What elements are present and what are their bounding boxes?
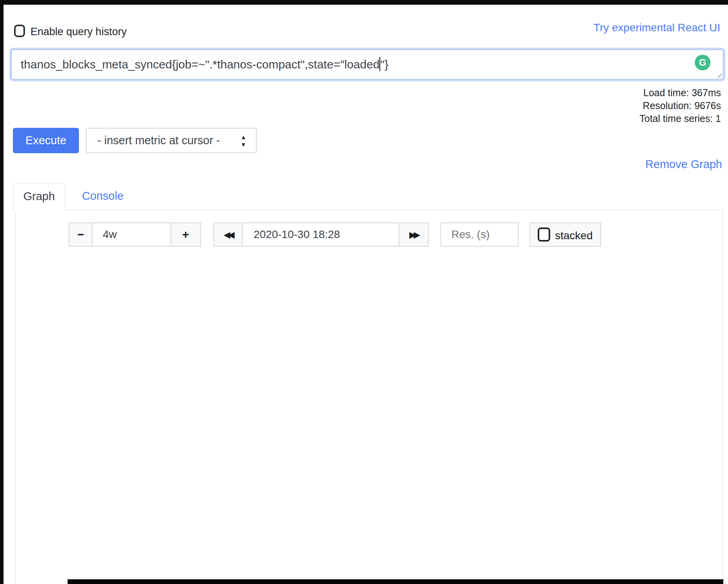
resolution: Resolution: 9676s	[640, 99, 721, 112]
enable-query-history-checkbox[interactable]	[14, 25, 25, 37]
insert-metric-dropdown-label: - insert metric at cursor -	[97, 134, 220, 147]
tab-graph[interactable]: Graph	[13, 183, 65, 211]
forward-button[interactable]: ▶▶	[399, 222, 429, 247]
load-time: Load time: 367ms	[640, 86, 721, 99]
bottom-legend-edge	[68, 579, 723, 584]
stacked-checkbox-icon	[538, 228, 550, 242]
total-time-series: Total time series: 1	[640, 112, 721, 125]
try-react-ui-link[interactable]: Try experimental React UI	[594, 21, 720, 34]
textarea-resize-handle[interactable]	[715, 71, 722, 78]
dropdown-arrows-icon: ▲ ▼	[240, 133, 247, 148]
enable-query-history-label: Enable query history	[30, 26, 127, 38]
graph-panel	[15, 210, 723, 584]
grammarly-icon[interactable]: G	[695, 55, 710, 70]
arrow-up-icon: ▲	[241, 134, 247, 140]
execute-button[interactable]: Execute	[13, 128, 79, 153]
query-expression-text-tail: "}	[380, 58, 388, 71]
range-decrease-button[interactable]: −	[69, 222, 93, 247]
range-increase-button[interactable]: +	[170, 222, 201, 247]
query-stats: Load time: 367ms Resolution: 9676s Total…	[640, 86, 721, 125]
rewind-button[interactable]: ◀◀	[213, 222, 243, 247]
datetime-input[interactable]	[242, 222, 399, 247]
query-expression-text: thanos_blocks_meta_synced{job=~".*thanos…	[21, 58, 379, 71]
query-expression-input[interactable]: thanos_blocks_meta_synced{job=~".*thanos…	[11, 50, 723, 79]
resolution-input[interactable]	[440, 222, 519, 247]
arrow-down-icon: ▼	[241, 141, 247, 148]
tab-console[interactable]: Console	[73, 183, 132, 210]
range-input[interactable]	[92, 222, 171, 247]
remove-graph-link[interactable]: Remove Graph	[645, 158, 722, 171]
stacked-toggle-button[interactable]: stacked	[529, 222, 601, 247]
insert-metric-dropdown[interactable]: - insert metric at cursor - ▲ ▼	[86, 128, 257, 153]
stacked-label: stacked	[555, 229, 593, 242]
